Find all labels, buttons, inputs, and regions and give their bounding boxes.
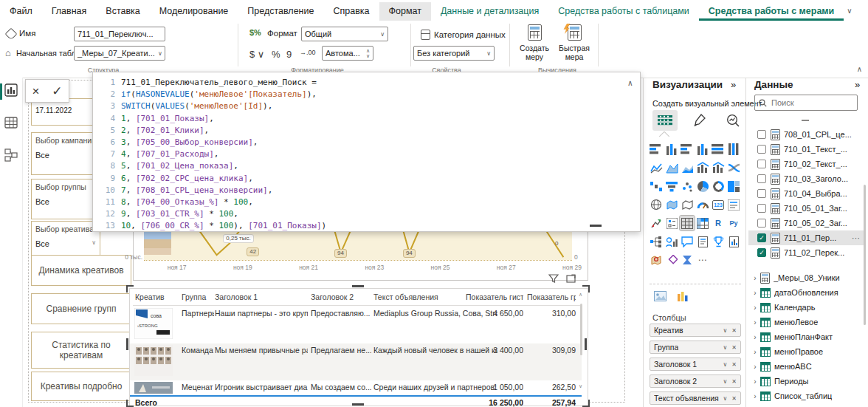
format-dropdown[interactable]: Общий∨ <box>301 27 388 41</box>
expand-icon[interactable]: › <box>750 377 760 386</box>
stacked-bar-chart-icon[interactable] <box>649 142 664 157</box>
slicer-value[interactable]: Все∨ <box>35 151 96 160</box>
visual-bottom-handle[interactable] <box>352 403 364 406</box>
table-item[interactable]: ›Календарь <box>748 300 865 315</box>
field-pill-2[interactable]: Заголовок 1∨✕ <box>650 358 741 371</box>
ribbon-tab-средства-работы-с-мерами[interactable]: Средства работы с мерами <box>699 2 844 21</box>
gauge-icon[interactable] <box>695 197 710 212</box>
checkbox[interactable] <box>757 145 766 154</box>
table-scrollbar[interactable] <box>580 304 582 355</box>
data-category-dropdown[interactable]: Без категорий∨ <box>413 46 495 61</box>
visual-corner-handle[interactable] <box>126 400 134 407</box>
expand-icon[interactable]: › <box>750 392 760 400</box>
ribbon-collapse-icon[interactable]: ∧ <box>857 65 862 73</box>
checkbox[interactable] <box>757 204 766 213</box>
table-header-5[interactable]: Показатель гист <box>466 293 523 301</box>
power-automate-icon[interactable] <box>680 253 695 267</box>
table-header-2[interactable]: Заголовок 1 <box>215 293 308 301</box>
expand-icon[interactable]: › <box>750 318 760 326</box>
ribbon-tab-средства-работы-с-таблицами[interactable]: Средства работы с таблицами <box>548 2 699 21</box>
data-view-icon[interactable] <box>4 116 18 129</box>
table-item[interactable]: ›_Меры_08_Уники <box>748 270 865 285</box>
kpi-icon[interactable] <box>649 216 664 230</box>
slicer-value[interactable]: Все∨ <box>35 197 96 206</box>
area-chart-icon[interactable] <box>664 160 679 175</box>
slicer-0[interactable]: Выбор кампанииВсе∨ <box>31 132 100 175</box>
scatter-chart-icon[interactable] <box>680 179 695 194</box>
stacked-column-chart-icon[interactable] <box>664 142 679 157</box>
qna-icon[interactable] <box>680 234 695 249</box>
multi-row-card-icon[interactable] <box>726 197 741 212</box>
remove-field-icon[interactable]: ✕ <box>731 378 737 385</box>
formula-resize-handle[interactable] <box>590 225 602 227</box>
model-view-icon[interactable] <box>4 148 18 162</box>
analytics-tab[interactable] <box>720 110 745 131</box>
visual-corner-handle[interactable] <box>126 285 134 293</box>
chevron-down-icon[interactable]: ∨ <box>723 361 727 368</box>
table-header-0[interactable]: Креатив <box>135 293 179 301</box>
visual-right-handle[interactable] <box>585 338 587 350</box>
image-visual-icon[interactable] <box>652 289 667 304</box>
checkbox[interactable] <box>757 219 766 228</box>
waterfall-chart-icon[interactable] <box>649 179 664 194</box>
visual-top-handle[interactable] <box>352 285 364 287</box>
checkbox[interactable] <box>757 130 766 139</box>
table-header-3[interactable]: Заголовок 2 <box>311 293 371 301</box>
data-pane-scrollbar[interactable] <box>864 185 866 325</box>
nav-button-2[interactable]: Статистика по креативам <box>31 332 131 369</box>
line-chart-icon[interactable] <box>649 160 664 175</box>
ribbon-chart-icon[interactable] <box>726 160 741 175</box>
measure-name-input[interactable]: 711_01_Переключ... <box>74 27 165 41</box>
ribbon-tab-моделирование[interactable]: Моделирование <box>150 2 238 21</box>
line-clustered-column-chart-icon[interactable] <box>711 160 726 175</box>
field-pill-3[interactable]: Заголовок 2∨✕ <box>650 374 741 388</box>
measure-item[interactable]: ✓711_02_Перек... <box>748 245 865 260</box>
checkbox[interactable]: ✓ <box>757 248 766 257</box>
cancel-formula-icon[interactable]: × <box>32 85 39 98</box>
scroll-up-icon[interactable]: ∧ <box>579 292 582 298</box>
line-stacked-column-chart-icon[interactable] <box>695 160 710 175</box>
card-icon[interactable]: 123 <box>711 197 726 212</box>
scroll-down-icon[interactable]: ∨ <box>579 383 582 389</box>
create-measure-button[interactable]: Создать меру <box>515 22 554 66</box>
checkbox[interactable] <box>757 160 766 168</box>
shape-map-icon[interactable] <box>680 197 695 212</box>
ribbon-tab-формат[interactable]: Формат <box>379 2 431 21</box>
ribbon-tab-вставка[interactable]: Вставка <box>96 2 149 21</box>
map-icon[interactable] <box>649 197 664 212</box>
key-influencers-icon[interactable] <box>664 234 679 249</box>
auto-decimal-spinner[interactable]: Автома...∧∨ <box>322 46 373 61</box>
measure-item[interactable]: 710_02_Текст_... <box>748 157 865 171</box>
table-item[interactable]: ›Список_таблиц <box>748 389 865 403</box>
filter-icon[interactable] <box>548 274 559 283</box>
slicer-1[interactable]: Выбор группыВсе∨ <box>31 179 100 219</box>
table-item[interactable]: ›менюПравое <box>748 344 865 359</box>
table-row[interactable]: сова›STRONGПартнерыНаши партнеры - это к… <box>130 307 582 343</box>
remove-field-icon[interactable]: ✕ <box>731 395 737 402</box>
stacked-area-chart-icon[interactable] <box>680 160 695 175</box>
measure-item[interactable]: 708_01_CPL_це... <box>748 127 865 142</box>
table-row[interactable]: КомандаМы меняем привычные ра...Предлага… <box>130 343 582 380</box>
expand-icon[interactable]: › <box>750 333 760 341</box>
format-visual-tab[interactable] <box>686 110 712 131</box>
currency-icon-3[interactable]: →.00 <box>300 49 316 56</box>
measure-item[interactable]: 710_05_02_Заг... <box>748 216 865 230</box>
treemap-icon[interactable] <box>726 179 741 194</box>
nav-button-0[interactable]: Динамика креативов <box>31 255 131 286</box>
funnel-chart-icon[interactable] <box>664 179 679 194</box>
power-apps-icon[interactable] <box>664 253 679 267</box>
paginated-report-icon[interactable] <box>726 234 741 249</box>
arcgis-map-icon[interactable] <box>649 253 664 267</box>
table-icon[interactable] <box>680 216 695 230</box>
table-item[interactable]: ›менюПланФакт <box>748 329 865 344</box>
expand-icon[interactable]: › <box>750 289 760 297</box>
custom-visual-icon[interactable] <box>675 289 689 304</box>
clustered-column-chart-icon[interactable] <box>695 142 710 157</box>
field-pill-0[interactable]: Креатив∨✕ <box>650 324 741 337</box>
table-header-1[interactable]: Группа <box>182 293 214 301</box>
table-item[interactable]: ›Периоды <box>748 374 865 389</box>
smart-narrative-icon[interactable] <box>695 234 710 249</box>
donut-chart-icon[interactable] <box>711 179 726 194</box>
more-options-icon[interactable]: ⋯ <box>852 233 861 243</box>
focus-mode-icon[interactable] <box>566 274 576 283</box>
